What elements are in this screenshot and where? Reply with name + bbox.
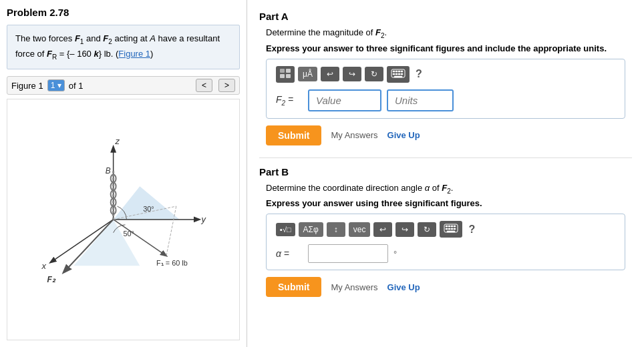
- figure-of: of 1: [69, 81, 84, 91]
- svg-rect-47: [447, 231, 455, 232]
- svg-rect-43: [446, 228, 448, 230]
- part-b-my-answers[interactable]: My Answers: [331, 282, 377, 292]
- f2-input-label: F2 =: [276, 94, 303, 107]
- part-a-submit-row: Submit My Answers Give Up: [259, 125, 632, 145]
- part-a-heading: Part A: [259, 11, 632, 22]
- figure-select[interactable]: 1 ▾: [47, 79, 65, 91]
- undo-btn[interactable]: ↩: [321, 67, 339, 81]
- svg-rect-39: [446, 226, 448, 227]
- svg-rect-29: [393, 71, 395, 72]
- keyboard-btn[interactable]: [387, 66, 410, 83]
- svg-text:z: z: [115, 136, 120, 146]
- svg-rect-42: [454, 226, 456, 227]
- redo-btn[interactable]: ↪: [343, 67, 361, 81]
- part-a-submit-btn[interactable]: Submit: [266, 125, 321, 145]
- svg-text:B: B: [106, 166, 111, 176]
- svg-text:F₂: F₂: [47, 275, 55, 284]
- svg-rect-36: [401, 73, 403, 75]
- part-a-section: Part A Determine the magnitude of F2. Ex…: [259, 7, 632, 153]
- part-b-matrix-btn[interactable]: ▪√□: [276, 223, 295, 236]
- svg-rect-41: [451, 226, 453, 227]
- part-b-heading: Part B: [259, 166, 632, 178]
- help-btn-a[interactable]: ?: [416, 68, 422, 80]
- part-b-input-row: α = °: [276, 244, 615, 263]
- part-b-toolbar: ▪√□ ΑΣφ ↕ vec ↩ ↪ ↻: [276, 221, 615, 238]
- svg-text:F₁ = 60 lb: F₁ = 60 lb: [156, 259, 188, 267]
- part-b-give-up[interactable]: Give Up: [387, 282, 420, 292]
- units-input[interactable]: [387, 89, 454, 111]
- value-input[interactable]: [308, 89, 381, 111]
- figure-image: z y x B F₁ = 60 lb F₂: [7, 99, 240, 340]
- matrix-icon-btn[interactable]: [276, 66, 295, 83]
- sigma-btn[interactable]: ΑΣφ: [299, 222, 323, 237]
- part-a-description: Determine the magnitude of F2.: [259, 27, 632, 39]
- svg-rect-37: [394, 76, 402, 77]
- alpha-input-label: α =: [276, 248, 303, 259]
- part-b-section: Part B Determine the coordinate directio…: [259, 162, 632, 306]
- svg-rect-44: [448, 228, 450, 230]
- arrows-btn[interactable]: ↕: [327, 222, 345, 237]
- vec-btn[interactable]: vec: [349, 222, 371, 237]
- parts-divider: [259, 157, 632, 158]
- part-a-give-up[interactable]: Give Up: [387, 130, 420, 140]
- svg-rect-25: [286, 69, 291, 73]
- svg-rect-32: [401, 71, 403, 72]
- figure-svg: z y x B F₁ = 60 lb F₂: [7, 99, 239, 340]
- part-a-answer-box: μÅ ↩ ↪ ↻: [266, 59, 625, 119]
- svg-text:x: x: [41, 261, 47, 271]
- f1-label: F: [75, 33, 80, 43]
- svg-rect-24: [280, 69, 285, 73]
- left-panel: Problem 2.78 The two forces F1 and F2 ac…: [0, 0, 247, 347]
- figure-label: Figure 1: [11, 81, 43, 91]
- next-button[interactable]: >: [218, 79, 235, 92]
- problem-title: Problem 2.78: [7, 7, 240, 18]
- mu-btn[interactable]: μÅ: [298, 67, 317, 81]
- svg-rect-30: [395, 71, 397, 72]
- part-b-answer-box: ▪√□ ΑΣφ ↕ vec ↩ ↪ ↻: [266, 214, 625, 270]
- part-a-input-row: F2 =: [276, 89, 615, 111]
- undo-btn-b[interactable]: ↩: [373, 222, 392, 237]
- svg-rect-35: [398, 73, 400, 75]
- svg-rect-26: [280, 74, 285, 78]
- figure-controls: Figure 1 1 ▾ of 1 < >: [7, 76, 240, 95]
- problem-statement: The two forces F1 and F2 acting at A hav…: [7, 25, 240, 69]
- prev-button[interactable]: <: [196, 79, 212, 92]
- svg-text:30°: 30°: [143, 205, 154, 213]
- refresh-btn-b[interactable]: ↻: [418, 222, 436, 237]
- svg-rect-34: [395, 73, 397, 75]
- keyboard-btn-b[interactable]: [440, 221, 462, 238]
- part-b-instruction: Express your answer using three signific…: [259, 198, 632, 208]
- right-panel: Part A Determine the magnitude of F2. Ex…: [247, 0, 644, 347]
- svg-text:50°: 50°: [124, 230, 134, 238]
- part-b-submit-btn[interactable]: Submit: [266, 277, 321, 297]
- svg-rect-45: [451, 228, 453, 230]
- figure1-link[interactable]: Figure 1: [118, 49, 150, 59]
- part-b-description: Determine the coordinate direction angle…: [259, 183, 632, 195]
- svg-rect-33: [393, 73, 395, 75]
- part-a-my-answers[interactable]: My Answers: [331, 130, 377, 140]
- help-btn-b[interactable]: ?: [468, 224, 475, 236]
- svg-rect-31: [398, 71, 400, 72]
- part-a-instruction: Express your answer to three significant…: [259, 43, 632, 53]
- svg-rect-40: [448, 226, 450, 227]
- svg-rect-27: [286, 74, 291, 78]
- redo-btn-b[interactable]: ↪: [395, 222, 414, 237]
- part-b-submit-row: Submit My Answers Give Up: [259, 277, 632, 297]
- alpha-input[interactable]: [308, 244, 388, 263]
- refresh-btn[interactable]: ↻: [365, 67, 383, 81]
- svg-rect-46: [454, 228, 456, 230]
- degree-symbol: °: [393, 249, 397, 259]
- part-a-toolbar: μÅ ↩ ↪ ↻: [276, 66, 615, 83]
